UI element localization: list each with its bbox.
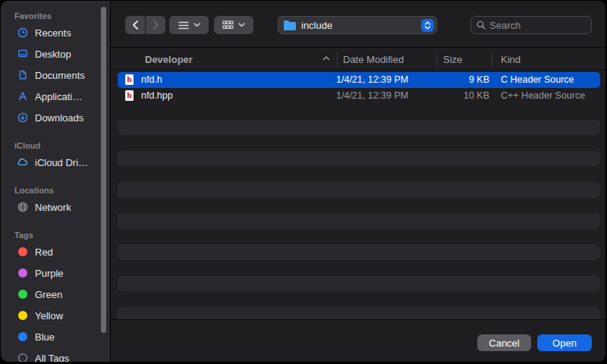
list-view-icon <box>178 21 189 30</box>
sidebar-item-tag-purple[interactable]: Purple <box>1 262 110 284</box>
sidebar-item-tag-red[interactable]: Red <box>1 241 110 262</box>
section-label-icloud: iCloud <box>1 141 110 152</box>
empty-row-stripe <box>118 307 600 319</box>
appstore-icon <box>16 90 29 102</box>
sidebar-item-applications[interactable]: Applicati… <box>1 86 110 107</box>
file-date-modified: 1/4/21, 12:39 PM <box>336 74 408 85</box>
folder-dropdown-value: include <box>301 20 332 31</box>
sidebar-item-tag-yellow[interactable]: Yellow <box>1 305 110 326</box>
toolbar: include <box>111 1 605 47</box>
column-header-kind[interactable]: Kind <box>501 54 521 65</box>
file-name: nfd.h <box>141 74 162 85</box>
sidebar-scrollbar[interactable] <box>101 7 106 333</box>
sort-ascending-icon <box>322 55 330 61</box>
chevron-down-icon <box>193 23 200 27</box>
sidebar-item-documents[interactable]: Documents <box>1 64 110 86</box>
search-input[interactable] <box>489 20 580 31</box>
chevron-left-icon <box>132 20 139 30</box>
sidebar-item-network[interactable]: Network <box>1 196 110 218</box>
sidebar-item-tag-green[interactable]: Green <box>1 284 110 305</box>
sidebar-item-label: All Tags <box>35 353 69 362</box>
search-icon <box>476 20 486 30</box>
h-source-file-icon: h <box>125 90 134 101</box>
icon-view-button[interactable] <box>214 16 253 34</box>
sidebar-item-desktop[interactable]: Desktop <box>1 43 110 64</box>
sidebar-item-label: iCloud Dri… <box>35 157 88 168</box>
sidebar-item-label: Blue <box>35 331 55 343</box>
empty-row-stripe <box>118 151 600 167</box>
sidebar-item-label: Documents <box>35 70 85 81</box>
sidebar-item-recents[interactable]: Recents <box>1 22 110 43</box>
sidebar-item-label: Yellow <box>35 310 63 322</box>
clock-icon <box>16 27 29 39</box>
sidebar-item-label: Network <box>35 202 71 213</box>
table-header: Developer Date Modified Size Kind <box>111 47 605 71</box>
open-file-dialog: Favorites Recents Desktop Documents <box>1 1 605 362</box>
column-divider <box>436 52 437 67</box>
column-header-size[interactable]: Size <box>443 54 462 65</box>
yellow-tag-icon <box>16 309 29 322</box>
chevron-right-icon <box>153 20 159 30</box>
sidebar-item-label: Desktop <box>35 49 71 60</box>
sidebar-item-tag-blue[interactable]: Blue <box>1 326 110 347</box>
cloud-icon <box>16 156 29 168</box>
section-label-tags: Tags <box>1 231 110 241</box>
document-icon <box>16 69 29 81</box>
sidebar-section-tags: Tags Red Purple Green Yellow Blue <box>1 231 110 362</box>
column-divider <box>492 52 492 67</box>
empty-row-stripe <box>118 276 600 292</box>
h-source-file-icon: h <box>125 74 134 85</box>
circle-icon <box>16 352 29 362</box>
folder-icon <box>284 22 296 30</box>
sidebar: Favorites Recents Desktop Documents <box>1 1 111 362</box>
forward-button[interactable] <box>146 16 165 34</box>
sidebar-item-downloads[interactable]: Downloads <box>1 107 110 128</box>
sidebar-item-label: Recents <box>35 27 71 39</box>
file-name: nfd.hpp <box>141 90 173 101</box>
table-row-nfd-h[interactable]: h nfd.h 1/4/21, 12:39 PM 9 KB C Header S… <box>118 72 600 88</box>
purple-tag-icon <box>16 267 29 279</box>
sidebar-section-locations: Locations Network <box>1 186 110 218</box>
empty-row-stripe <box>118 244 600 260</box>
file-browser: include Developer Date Modified Size Kin… <box>111 1 605 362</box>
desktop-icon <box>16 48 29 60</box>
green-tag-icon <box>16 288 29 300</box>
chevron-down-icon <box>238 23 245 27</box>
section-label-favorites: Favorites <box>1 11 110 22</box>
open-button[interactable]: Open <box>537 334 592 351</box>
sidebar-item-label: Applicati… <box>35 91 82 102</box>
folder-dropdown[interactable]: include <box>278 16 437 34</box>
file-kind: C Header Source <box>501 74 574 85</box>
sidebar-item-label: Purple <box>35 268 64 279</box>
globe-icon <box>16 201 29 213</box>
dropdown-stepper-icon <box>421 19 434 32</box>
file-size: 10 KB <box>406 90 489 101</box>
empty-row-stripe <box>118 120 600 136</box>
icon-view-icon <box>222 20 234 30</box>
sidebar-section-icloud: iCloud iCloud Dri… <box>1 141 110 173</box>
column-header-developer[interactable]: Developer <box>145 54 193 65</box>
download-icon <box>16 111 29 124</box>
sidebar-item-icloud-drive[interactable]: iCloud Dri… <box>1 152 110 173</box>
red-tag-icon <box>16 246 29 258</box>
back-button[interactable] <box>125 16 145 34</box>
column-divider <box>337 52 338 67</box>
table-row-nfd-hpp[interactable]: h nfd.hpp 1/4/21, 12:39 PM 10 KB C++ Hea… <box>118 88 600 104</box>
sidebar-item-label: Red <box>35 246 53 258</box>
column-header-date-modified[interactable]: Date Modified <box>343 54 404 65</box>
empty-row-stripe <box>118 213 600 229</box>
file-list: h nfd.h 1/4/21, 12:39 PM 9 KB C Header S… <box>111 72 605 319</box>
blue-tag-icon <box>16 331 29 343</box>
file-size: 9 KB <box>406 74 489 85</box>
sidebar-item-all-tags[interactable]: All Tags <box>1 347 110 362</box>
list-view-button[interactable] <box>169 16 209 34</box>
file-date-modified: 1/4/21, 12:39 PM <box>336 90 408 101</box>
search-field[interactable] <box>470 16 592 34</box>
dialog-footer: Cancel Open <box>111 319 605 362</box>
file-kind: C++ Header Source <box>501 90 585 101</box>
cancel-button[interactable]: Cancel <box>477 334 531 351</box>
empty-row-stripe <box>118 182 600 198</box>
section-label-locations: Locations <box>1 186 110 196</box>
sidebar-section-favorites: Favorites Recents Desktop Documents <box>1 11 110 128</box>
sidebar-item-label: Downloads <box>35 112 83 124</box>
